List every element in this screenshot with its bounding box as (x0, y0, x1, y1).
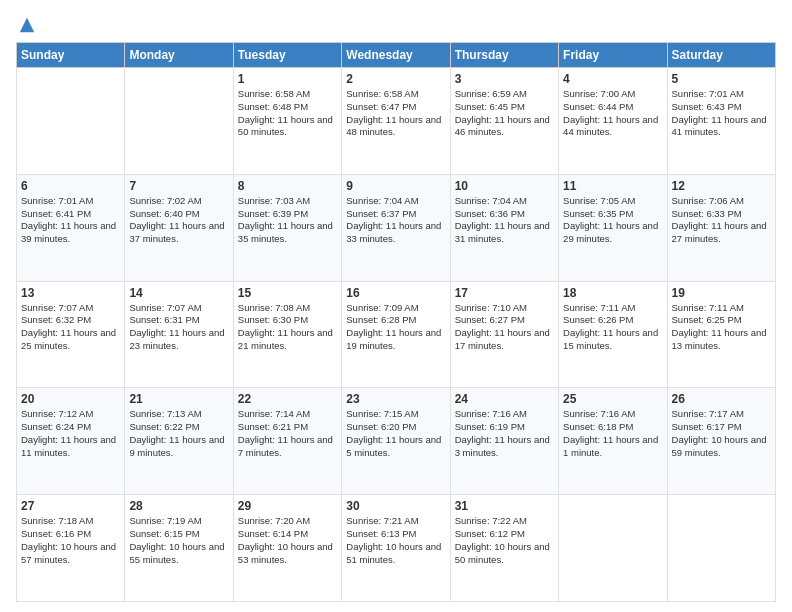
day-number: 27 (21, 499, 120, 513)
day-number: 14 (129, 286, 228, 300)
day-number: 5 (672, 72, 771, 86)
day-number: 2 (346, 72, 445, 86)
calendar-cell: 23Sunrise: 7:15 AMSunset: 6:20 PMDayligh… (342, 388, 450, 495)
day-number: 21 (129, 392, 228, 406)
cell-info: Sunrise: 7:00 AMSunset: 6:44 PMDaylight:… (563, 88, 662, 139)
header (16, 16, 776, 34)
day-number: 28 (129, 499, 228, 513)
day-number: 4 (563, 72, 662, 86)
day-number: 12 (672, 179, 771, 193)
cell-info: Sunrise: 7:15 AMSunset: 6:20 PMDaylight:… (346, 408, 445, 459)
calendar-cell: 13Sunrise: 7:07 AMSunset: 6:32 PMDayligh… (17, 281, 125, 388)
cell-info: Sunrise: 7:19 AMSunset: 6:15 PMDaylight:… (129, 515, 228, 566)
cell-info: Sunrise: 7:05 AMSunset: 6:35 PMDaylight:… (563, 195, 662, 246)
cell-info: Sunrise: 7:11 AMSunset: 6:25 PMDaylight:… (672, 302, 771, 353)
cell-info: Sunrise: 7:04 AMSunset: 6:36 PMDaylight:… (455, 195, 554, 246)
calendar-cell: 17Sunrise: 7:10 AMSunset: 6:27 PMDayligh… (450, 281, 558, 388)
calendar-cell: 18Sunrise: 7:11 AMSunset: 6:26 PMDayligh… (559, 281, 667, 388)
calendar-cell: 16Sunrise: 7:09 AMSunset: 6:28 PMDayligh… (342, 281, 450, 388)
calendar-cell (17, 68, 125, 175)
cell-info: Sunrise: 7:08 AMSunset: 6:30 PMDaylight:… (238, 302, 337, 353)
cell-info: Sunrise: 7:03 AMSunset: 6:39 PMDaylight:… (238, 195, 337, 246)
day-number: 16 (346, 286, 445, 300)
day-number: 15 (238, 286, 337, 300)
cell-info: Sunrise: 7:10 AMSunset: 6:27 PMDaylight:… (455, 302, 554, 353)
calendar-table: SundayMondayTuesdayWednesdayThursdayFrid… (16, 42, 776, 602)
calendar-cell (559, 495, 667, 602)
cell-info: Sunrise: 7:16 AMSunset: 6:19 PMDaylight:… (455, 408, 554, 459)
cell-info: Sunrise: 7:20 AMSunset: 6:14 PMDaylight:… (238, 515, 337, 566)
day-number: 23 (346, 392, 445, 406)
calendar-cell (125, 68, 233, 175)
day-number: 9 (346, 179, 445, 193)
day-number: 1 (238, 72, 337, 86)
day-number: 8 (238, 179, 337, 193)
calendar-cell: 20Sunrise: 7:12 AMSunset: 6:24 PMDayligh… (17, 388, 125, 495)
cell-info: Sunrise: 7:07 AMSunset: 6:32 PMDaylight:… (21, 302, 120, 353)
day-number: 26 (672, 392, 771, 406)
cell-info: Sunrise: 7:14 AMSunset: 6:21 PMDaylight:… (238, 408, 337, 459)
svg-marker-0 (20, 18, 34, 32)
cell-info: Sunrise: 7:17 AMSunset: 6:17 PMDaylight:… (672, 408, 771, 459)
logo (16, 16, 36, 34)
calendar-cell: 11Sunrise: 7:05 AMSunset: 6:35 PMDayligh… (559, 174, 667, 281)
calendar-cell: 31Sunrise: 7:22 AMSunset: 6:12 PMDayligh… (450, 495, 558, 602)
calendar-cell: 10Sunrise: 7:04 AMSunset: 6:36 PMDayligh… (450, 174, 558, 281)
cell-info: Sunrise: 7:09 AMSunset: 6:28 PMDaylight:… (346, 302, 445, 353)
day-number: 24 (455, 392, 554, 406)
cell-info: Sunrise: 7:04 AMSunset: 6:37 PMDaylight:… (346, 195, 445, 246)
calendar-cell: 21Sunrise: 7:13 AMSunset: 6:22 PMDayligh… (125, 388, 233, 495)
cell-info: Sunrise: 7:18 AMSunset: 6:16 PMDaylight:… (21, 515, 120, 566)
calendar-cell: 4Sunrise: 7:00 AMSunset: 6:44 PMDaylight… (559, 68, 667, 175)
cell-info: Sunrise: 7:06 AMSunset: 6:33 PMDaylight:… (672, 195, 771, 246)
calendar-cell: 14Sunrise: 7:07 AMSunset: 6:31 PMDayligh… (125, 281, 233, 388)
calendar-cell: 2Sunrise: 6:58 AMSunset: 6:47 PMDaylight… (342, 68, 450, 175)
cell-info: Sunrise: 6:59 AMSunset: 6:45 PMDaylight:… (455, 88, 554, 139)
calendar-cell: 22Sunrise: 7:14 AMSunset: 6:21 PMDayligh… (233, 388, 341, 495)
day-number: 25 (563, 392, 662, 406)
cell-info: Sunrise: 7:11 AMSunset: 6:26 PMDaylight:… (563, 302, 662, 353)
calendar-cell: 30Sunrise: 7:21 AMSunset: 6:13 PMDayligh… (342, 495, 450, 602)
day-header-thursday: Thursday (450, 43, 558, 68)
day-number: 13 (21, 286, 120, 300)
day-header-wednesday: Wednesday (342, 43, 450, 68)
calendar-cell (667, 495, 775, 602)
day-number: 31 (455, 499, 554, 513)
day-number: 11 (563, 179, 662, 193)
day-header-monday: Monday (125, 43, 233, 68)
week-row-4: 27Sunrise: 7:18 AMSunset: 6:16 PMDayligh… (17, 495, 776, 602)
calendar-cell: 3Sunrise: 6:59 AMSunset: 6:45 PMDaylight… (450, 68, 558, 175)
day-header-saturday: Saturday (667, 43, 775, 68)
day-number: 17 (455, 286, 554, 300)
calendar-cell: 9Sunrise: 7:04 AMSunset: 6:37 PMDaylight… (342, 174, 450, 281)
day-number: 10 (455, 179, 554, 193)
day-number: 22 (238, 392, 337, 406)
cell-info: Sunrise: 6:58 AMSunset: 6:47 PMDaylight:… (346, 88, 445, 139)
cell-info: Sunrise: 7:21 AMSunset: 6:13 PMDaylight:… (346, 515, 445, 566)
week-row-3: 20Sunrise: 7:12 AMSunset: 6:24 PMDayligh… (17, 388, 776, 495)
day-number: 19 (672, 286, 771, 300)
calendar-cell: 12Sunrise: 7:06 AMSunset: 6:33 PMDayligh… (667, 174, 775, 281)
cell-info: Sunrise: 7:01 AMSunset: 6:41 PMDaylight:… (21, 195, 120, 246)
calendar-cell: 28Sunrise: 7:19 AMSunset: 6:15 PMDayligh… (125, 495, 233, 602)
week-row-1: 6Sunrise: 7:01 AMSunset: 6:41 PMDaylight… (17, 174, 776, 281)
calendar-cell: 27Sunrise: 7:18 AMSunset: 6:16 PMDayligh… (17, 495, 125, 602)
day-number: 30 (346, 499, 445, 513)
day-number: 3 (455, 72, 554, 86)
week-row-2: 13Sunrise: 7:07 AMSunset: 6:32 PMDayligh… (17, 281, 776, 388)
cell-info: Sunrise: 6:58 AMSunset: 6:48 PMDaylight:… (238, 88, 337, 139)
day-header-friday: Friday (559, 43, 667, 68)
calendar-cell: 6Sunrise: 7:01 AMSunset: 6:41 PMDaylight… (17, 174, 125, 281)
calendar-cell: 5Sunrise: 7:01 AMSunset: 6:43 PMDaylight… (667, 68, 775, 175)
calendar-cell: 19Sunrise: 7:11 AMSunset: 6:25 PMDayligh… (667, 281, 775, 388)
cell-info: Sunrise: 7:01 AMSunset: 6:43 PMDaylight:… (672, 88, 771, 139)
day-number: 7 (129, 179, 228, 193)
day-number: 29 (238, 499, 337, 513)
cell-info: Sunrise: 7:07 AMSunset: 6:31 PMDaylight:… (129, 302, 228, 353)
day-number: 6 (21, 179, 120, 193)
day-number: 20 (21, 392, 120, 406)
calendar-cell: 7Sunrise: 7:02 AMSunset: 6:40 PMDaylight… (125, 174, 233, 281)
cell-info: Sunrise: 7:16 AMSunset: 6:18 PMDaylight:… (563, 408, 662, 459)
cell-info: Sunrise: 7:02 AMSunset: 6:40 PMDaylight:… (129, 195, 228, 246)
day-header-tuesday: Tuesday (233, 43, 341, 68)
